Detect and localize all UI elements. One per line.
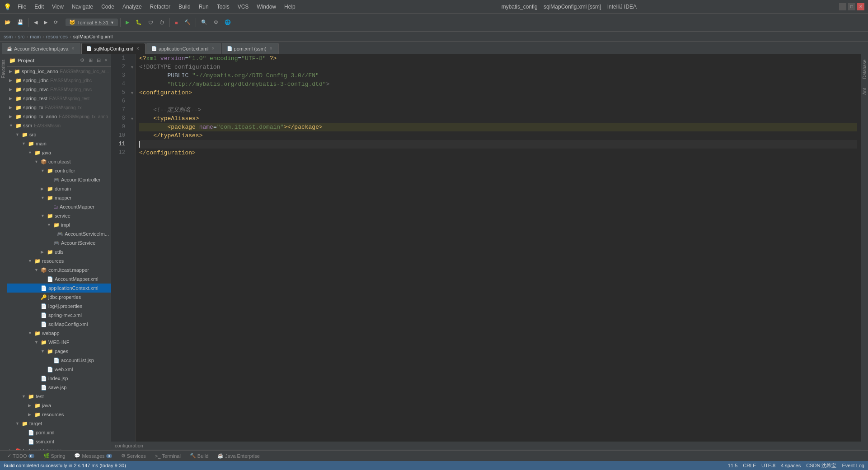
stop-button[interactable]: ■ [172, 16, 181, 29]
tree-webapp[interactable]: ▼ 📁 webapp [7, 329, 111, 338]
database-label[interactable]: Database [861, 56, 868, 83]
breadcrumb-src[interactable]: src [18, 34, 25, 39]
status-indent[interactable]: 4 spaces [781, 463, 801, 468]
status-csdn[interactable]: CSDN 沈希宝 [806, 462, 836, 469]
breadcrumb-file[interactable]: sqlMapConfig.xml [73, 34, 113, 39]
menu-item-help[interactable]: Help [281, 3, 299, 11]
favorites-label[interactable]: Favorites [0, 56, 7, 82]
tree-jdbc-properties[interactable]: ▶ 🔑 jdbc.properties [7, 293, 111, 302]
tree-account-service-impl[interactable]: ▶ 🎮 AccountServiceIm... [7, 229, 111, 238]
bottom-tab-build[interactable]: 🔨 Build [186, 451, 212, 461]
tree-service[interactable]: ▼ 📁 service [7, 211, 111, 220]
fold-2[interactable]: ▼ [129, 63, 135, 71]
maximize-button[interactable]: □ [848, 3, 855, 10]
menu-item-window[interactable]: Window [253, 3, 280, 11]
tree-ssm-xml[interactable]: ▶ 📄 ssm.xml [7, 437, 111, 446]
menu-item-view[interactable]: View [48, 3, 67, 11]
tree-web-xml[interactable]: ▶ 📄 web.xml [7, 365, 111, 374]
bottom-tab-java-enterprise[interactable]: ☕ Java Enterprise [214, 451, 263, 461]
tree-controller[interactable]: ▼ 📁 controller [7, 166, 111, 175]
toolbar-recent-button[interactable]: ⟳ [51, 16, 61, 29]
toolbar-back-button[interactable]: ◀ [31, 16, 40, 29]
fold-5[interactable]: ▼ [129, 88, 135, 97]
tree-mapper[interactable]: ▼ 📁 mapper [7, 193, 111, 202]
editor-area[interactable]: 1 2 3 4 5 6 7 8 9 10 11 12 ▼ [111, 54, 861, 442]
breadcrumb-resources[interactable]: resources [46, 34, 68, 39]
tree-accountlist-jsp[interactable]: ▶ 📄 accountList.jsp [7, 356, 111, 365]
breadcrumb-main[interactable]: main [30, 34, 41, 39]
menu-item-file[interactable]: File [14, 3, 30, 11]
tree-com-itcast[interactable]: ▼ 📦 com.itcast [7, 157, 111, 166]
status-line-col[interactable]: 11:5 [728, 463, 737, 468]
tree-spring-test[interactable]: ▶ 📁 spring_test EA\SSM\spring_test [7, 94, 111, 103]
project-sidebar[interactable]: 📁 Project ⚙ ⊞ ⊟ × ▶ 📁 spring_ioc_anno EA… [7, 54, 111, 450]
tab-close-0[interactable]: × [70, 46, 75, 51]
menu-item-build[interactable]: Build [175, 3, 194, 11]
breadcrumb-ssm[interactable]: ssm [4, 34, 13, 39]
status-crlf[interactable]: CRLF [743, 463, 756, 468]
sidebar-expand-icon[interactable]: ⊞ [87, 57, 94, 64]
menu-item-tools[interactable]: Tools [213, 3, 233, 11]
menu-item-run[interactable]: Run [195, 3, 212, 11]
tab-close-3[interactable]: × [268, 46, 274, 51]
bottom-tab-terminal[interactable]: >_ Terminal [151, 451, 184, 461]
tree-webinf[interactable]: ▼ 📁 WEB-INF [7, 338, 111, 347]
tree-resources[interactable]: ▼ 📁 resources [7, 256, 111, 265]
tree-spring-jdbc[interactable]: ▶ 📁 spring_jdbc EA\SSM\spring_jdbc [7, 76, 111, 85]
tree-utils[interactable]: ▶ 📁 utils [7, 247, 111, 256]
code-content[interactable]: <?xml version="1.0" encoding="UTF-8" ?> … [136, 54, 861, 442]
profile-button[interactable]: ⏱ [157, 16, 167, 29]
tree-pom-xml[interactable]: ▶ 📄 pom.xml [7, 428, 111, 437]
sidebar-collapse-icon[interactable]: ⊟ [95, 57, 102, 64]
tab-account-service-impl[interactable]: ☕ AccountServiceImpl.java × [2, 43, 80, 54]
menu-item-edit[interactable]: Edit [31, 3, 47, 11]
tree-account-controller[interactable]: ▶ 🎮 AccountController [7, 175, 111, 184]
menu-item-code[interactable]: Code [98, 3, 118, 11]
menu-item-navigate[interactable]: Navigate [68, 3, 97, 11]
tree-test-java[interactable]: ▶ 📁 java [7, 401, 111, 410]
tree-test[interactable]: ▼ 📁 test [7, 392, 111, 401]
status-event-log[interactable]: Event Log [842, 463, 864, 468]
run-button[interactable]: ▶ [123, 16, 132, 29]
tree-log4j-properties[interactable]: ▶ 📄 log4j.properties [7, 302, 111, 311]
tree-spring-tx[interactable]: ▶ 📁 spring_tx EA\SSM\spring_tx [7, 103, 111, 112]
tree-domain[interactable]: ▶ 📁 domain [7, 184, 111, 193]
ant-label[interactable]: Ant [861, 84, 868, 98]
tree-account-service[interactable]: ▶ 🎮 AccountService [7, 238, 111, 247]
bottom-tab-services[interactable]: ⚙ Services [117, 451, 150, 461]
tree-external-libraries[interactable]: ▶ 📚 External Libraries [7, 446, 111, 450]
tree-spring-tx-anno[interactable]: ▶ 📁 spring_tx_anno EA\SSM\spring_tx_anno [7, 112, 111, 121]
tree-impl[interactable]: ▼ 📁 impl [7, 220, 111, 229]
coverage-button[interactable]: 🛡 [145, 16, 156, 29]
search-button[interactable]: 🔍 [198, 16, 210, 29]
toolbar-forward-button[interactable]: ▶ [41, 16, 50, 29]
sidebar-close-icon[interactable]: × [103, 57, 109, 64]
tree-spring-mvc-xml[interactable]: ▶ 📄 spring-mvc.xml [7, 311, 111, 320]
minimize-button[interactable]: – [839, 3, 846, 10]
fold-8[interactable]: ▼ [129, 114, 135, 123]
bottom-tab-spring[interactable]: 🌿 Spring [40, 451, 69, 461]
tree-target[interactable]: ▼ 📁 target [7, 419, 111, 428]
tab-sqlmapconfig[interactable]: 📄 sqlMapConfig.xml × [81, 43, 145, 54]
build-button[interactable]: 🔨 [182, 16, 193, 29]
menu-item-vcs[interactable]: VCS [234, 3, 253, 11]
bottom-tab-todo[interactable]: ✓ TODO 6 [4, 451, 38, 461]
tab-appcontext[interactable]: 📄 applicationContext.xml × [146, 43, 221, 54]
run-configuration-selector[interactable]: 🐱 Tomcat 8.5.31 ▼ [66, 19, 118, 26]
tree-main[interactable]: ▼ 📁 main [7, 139, 111, 148]
tree-pages[interactable]: ▼ 📁 pages [7, 347, 111, 356]
toolbar-save-button[interactable]: 💾 [14, 16, 26, 29]
debug-button[interactable]: 🐛 [133, 16, 145, 29]
tree-java[interactable]: ▼ 📁 java [7, 148, 111, 157]
tab-pom[interactable]: 📄 pom.xml (ssm) × [222, 43, 279, 54]
menu-item-refactor[interactable]: Refactor [146, 3, 174, 11]
settings-button[interactable]: ⚙ [211, 16, 221, 29]
menu-item-analyze[interactable]: Analyze [119, 3, 145, 11]
tree-account-mapper-xml[interactable]: ▶ 📄 AccountMapper.xml [7, 275, 111, 284]
tab-close-2[interactable]: × [211, 46, 216, 51]
tree-src[interactable]: ▼ 📁 src [7, 130, 111, 139]
tree-sqlmapconfig-xml[interactable]: ▶ 📄 sqlMapConfig.xml [7, 320, 111, 329]
toolbar-open-button[interactable]: 📂 [2, 16, 14, 29]
tree-index-jsp[interactable]: ▶ 📄 index.jsp [7, 374, 111, 383]
tree-spring-ioc-anno[interactable]: ▶ 📁 spring_ioc_anno EA\SSM\spring_ioc_ar… [7, 67, 111, 76]
